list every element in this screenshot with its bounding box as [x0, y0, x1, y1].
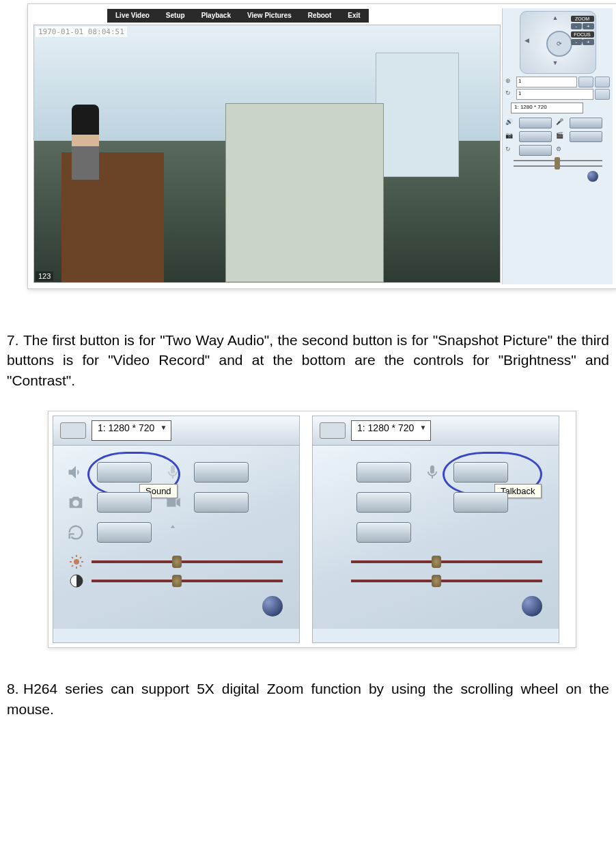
refresh-icon	[64, 521, 87, 544]
menu-live-video[interactable]: Live Video	[107, 9, 158, 23]
mic-icon	[421, 461, 444, 484]
cruise-button[interactable]	[595, 89, 610, 100]
sound-button-small[interactable]	[519, 118, 552, 128]
contrast-thumb-right[interactable]	[432, 575, 441, 587]
preset-goto-icon: ⊕	[505, 77, 515, 87]
contrast-icon	[68, 573, 85, 589]
brightness-slider[interactable]	[92, 560, 283, 563]
preset-select-2[interactable]: 1	[516, 89, 593, 100]
control-panel-right: 1: 1280 * 720 Talkback	[312, 416, 559, 643]
sound-button[interactable]	[97, 462, 152, 483]
speaker-icon	[324, 461, 347, 484]
list-number-8: 8.	[7, 679, 23, 698]
status-indicator-small	[587, 171, 598, 182]
ptz-down-icon[interactable]: ▼	[552, 59, 563, 70]
preset-goto-button[interactable]	[578, 77, 593, 87]
status-indicator	[262, 596, 283, 616]
svg-line-7	[72, 565, 73, 567]
video-channel: 123	[36, 271, 53, 281]
svg-line-8	[80, 557, 81, 558]
refresh-icon: ↻	[505, 146, 515, 155]
cruise-icon: ↻	[505, 90, 515, 99]
defog-icon	[161, 521, 184, 544]
resolution-select-right[interactable]: 1: 1280 * 720	[351, 420, 431, 441]
mic-icon	[161, 461, 184, 484]
brightness-thumb-right[interactable]	[432, 556, 441, 568]
snapshot-button-small[interactable]	[519, 131, 552, 142]
zoom-plus-button[interactable]: +	[583, 23, 594, 29]
control-panel-left: 1: 1280 * 720 Sound	[53, 416, 300, 643]
paragraph-7-text: The first button is for "Two Way Audio",…	[7, 332, 609, 388]
live-video-screenshot: Live Video Setup Playback View Pictures …	[27, 3, 616, 289]
menu-reboot[interactable]: Reboot	[300, 9, 339, 23]
camera-icon: 📷	[505, 132, 515, 141]
view-mode-button[interactable]	[60, 422, 86, 439]
speaker-icon	[64, 461, 87, 484]
paragraph-8-text: H264 series can support 5X digital Zoom …	[7, 681, 609, 716]
svg-line-5	[72, 557, 73, 558]
brightness-slider-small[interactable]	[514, 160, 602, 161]
dual-panel-screenshot: 1: 1280 * 720 Sound	[48, 411, 576, 648]
settings-icon: ⚙	[556, 146, 565, 155]
focus-minus-button[interactable]: -	[571, 39, 583, 45]
contrast-thumb[interactable]	[172, 575, 182, 587]
refresh-button-right[interactable]	[356, 522, 411, 543]
mic-icon: 🎤	[556, 118, 565, 128]
record-button-small[interactable]	[570, 131, 602, 142]
video-timestamp: 1970-01-01 08:04:51	[36, 27, 127, 37]
focus-plus-button[interactable]: +	[583, 39, 594, 45]
resolution-select-left[interactable]: 1: 1280 * 720	[92, 420, 171, 441]
preset-select-1[interactable]: 1	[516, 77, 577, 87]
main-menu: Live Video Setup Playback View Pictures …	[107, 9, 369, 23]
video-area: Live Video Setup Playback View Pictures …	[32, 8, 502, 284]
control-sidebar: ▲ ▼ ◀ ▶ ⟳ ZOOM - + FOCUS - +	[502, 8, 613, 284]
record-button-right[interactable]	[453, 492, 508, 513]
menu-view-pictures[interactable]: View Pictures	[239, 9, 300, 23]
menu-setup[interactable]: Setup	[158, 9, 193, 23]
ptz-up-icon[interactable]: ▲	[552, 14, 563, 25]
brightness-icon	[68, 554, 85, 570]
talkback-button[interactable]	[453, 462, 508, 483]
contrast-slider[interactable]	[92, 580, 283, 582]
paragraph-8: 8.H264 series can support 5X digital Zoo…	[7, 679, 609, 719]
talkback-button-small[interactable]	[570, 118, 602, 128]
menu-playback[interactable]: Playback	[193, 9, 239, 23]
svg-point-0	[74, 559, 79, 565]
resolution-select-small[interactable]: 1: 1280 * 720	[511, 103, 583, 113]
refresh-button[interactable]	[97, 522, 152, 543]
list-number-7: 7.	[7, 330, 23, 350]
status-indicator-right	[522, 596, 542, 616]
contrast-slider-right[interactable]	[351, 580, 542, 582]
record-button-left[interactable]	[194, 492, 249, 513]
snapshot-button-right[interactable]	[356, 492, 411, 513]
video-icon: 🎬	[556, 132, 565, 141]
snapshot-button[interactable]	[97, 492, 152, 513]
zoom-label: ZOOM	[571, 16, 594, 22]
refresh-icon	[324, 521, 347, 544]
svg-line-6	[80, 565, 81, 567]
zoom-minus-button[interactable]: -	[571, 23, 583, 29]
menu-exit[interactable]: Exit	[339, 9, 368, 23]
ptz-center-button[interactable]: ⟳	[546, 31, 572, 57]
camera-icon	[324, 491, 347, 514]
brightness-slider-right[interactable]	[351, 560, 542, 563]
view-mode-button[interactable]	[320, 422, 346, 439]
defog-icon	[421, 521, 444, 544]
brightness-thumb[interactable]	[172, 556, 182, 568]
camera-icon	[64, 491, 87, 514]
ptz-pad[interactable]: ▲ ▼ ◀ ▶ ⟳ ZOOM - + FOCUS - +	[520, 11, 596, 74]
speaker-icon: 🔊	[505, 118, 515, 128]
preset-delete-button[interactable]	[595, 77, 610, 87]
sound-button-right[interactable]	[356, 462, 411, 483]
contrast-slider-small[interactable]	[514, 165, 602, 167]
record-icon	[421, 491, 444, 514]
refresh-button-small[interactable]	[519, 145, 552, 156]
record-icon	[161, 491, 184, 514]
paragraph-7: 7.The first button is for "Two Way Audio…	[7, 330, 609, 390]
focus-label: FOCUS	[571, 31, 594, 38]
talkback-button-left[interactable]	[194, 462, 249, 483]
video-feed[interactable]: 1970-01-01 08:04:51 123	[33, 25, 501, 283]
ptz-left-icon[interactable]: ◀	[524, 37, 535, 48]
